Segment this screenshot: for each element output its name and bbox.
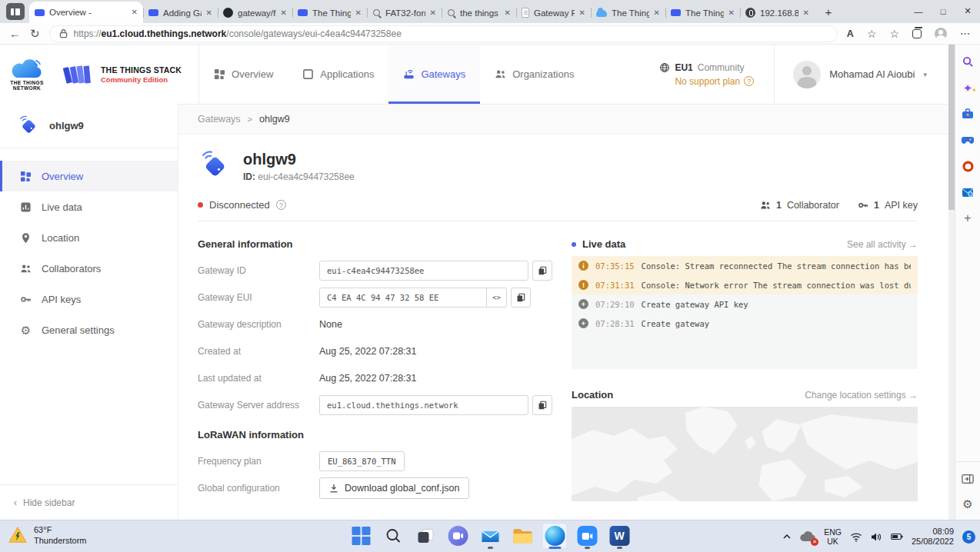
- sidebar-item-api-keys[interactable]: API keys: [0, 284, 178, 314]
- browser-tab[interactable]: The Things ✕: [292, 2, 367, 23]
- event-row[interactable]: ! 07:31:31 Console: Network error The st…: [572, 275, 918, 294]
- page-scrollbar[interactable]: [948, 45, 955, 520]
- back-icon[interactable]: ←: [9, 28, 21, 39]
- wifi-icon[interactable]: [850, 532, 862, 542]
- tab-close-icon[interactable]: ✕: [654, 9, 660, 17]
- tab-search-icon[interactable]: [6, 3, 25, 20]
- change-location-settings-link[interactable]: Change location settings →: [805, 390, 918, 401]
- scrollbar-thumb[interactable]: [948, 45, 955, 210]
- tools-icon[interactable]: [961, 107, 975, 121]
- sidebar-item-overview[interactable]: Overview: [0, 161, 178, 191]
- minimize-button[interactable]: —: [906, 0, 931, 22]
- sidebar-search-icon[interactable]: [961, 55, 975, 68]
- collaborators-link[interactable]: 1 Collaborator: [760, 200, 839, 211]
- help-icon[interactable]: ?: [276, 200, 286, 210]
- maximize-button[interactable]: □: [931, 0, 955, 22]
- breadcrumb-current[interactable]: ohlgw9: [259, 114, 290, 125]
- event-row[interactable]: + 07:29:10 Create gateway API key: [572, 294, 918, 314]
- copy-button[interactable]: [532, 261, 552, 281]
- location-map[interactable]: [572, 407, 918, 501]
- nav-applications[interactable]: Applications: [288, 45, 388, 104]
- chat-button[interactable]: [445, 523, 471, 549]
- url-input[interactable]: https://eu1.cloud.thethings.network/cons…: [49, 25, 838, 42]
- file-explorer-button[interactable]: [510, 523, 535, 549]
- browser-tab-active[interactable]: Overview - ✕: [29, 2, 143, 23]
- favorites-icon[interactable]: ☆: [889, 28, 899, 40]
- collections-icon[interactable]: [912, 29, 922, 38]
- api-keys-link[interactable]: 1 API key: [858, 200, 918, 211]
- read-aloud-icon[interactable]: A: [847, 28, 854, 39]
- gateway-eui-input[interactable]: [320, 288, 486, 307]
- support-plan-link[interactable]: No support plan: [675, 76, 740, 87]
- download-global-conf-button[interactable]: Download global_conf.json: [319, 477, 469, 499]
- nav-gateways[interactable]: Gateways: [388, 45, 480, 104]
- start-button[interactable]: [348, 523, 374, 549]
- new-tab-button[interactable]: +: [819, 2, 838, 21]
- tab-close-icon[interactable]: ✕: [803, 9, 809, 17]
- browser-tab[interactable]: 192.168.84. ✕: [740, 2, 815, 23]
- browser-tab[interactable]: The Things ✕: [591, 2, 665, 23]
- sidebar-panel-icon[interactable]: [961, 472, 975, 486]
- event-row[interactable]: + 07:28:31 Create gateway: [572, 314, 918, 333]
- edge-button[interactable]: [542, 523, 568, 549]
- add-sidebar-item-icon[interactable]: +: [961, 211, 975, 225]
- onedrive-icon[interactable]: ✕: [800, 531, 815, 543]
- office-icon[interactable]: [961, 159, 975, 173]
- sidebar-item-general-settings[interactable]: ⚙ General settings: [0, 314, 178, 345]
- copilot-icon[interactable]: ✦: [961, 81, 975, 95]
- copy-button[interactable]: [511, 288, 531, 308]
- see-all-activity-link[interactable]: See all activity →: [847, 239, 918, 250]
- battery-icon[interactable]: [891, 532, 903, 541]
- settings-gear-icon[interactable]: ⚙: [962, 498, 972, 510]
- breadcrumb-gateways[interactable]: Gateways: [198, 114, 241, 125]
- ttn-logo[interactable]: THE THINGS NETWORK: [0, 45, 51, 104]
- nav-overview[interactable]: Overview: [199, 45, 288, 104]
- hide-sidebar-button[interactable]: ‹ Hide sidebar: [0, 484, 178, 520]
- task-view-button[interactable]: [413, 523, 438, 549]
- tab-close-icon[interactable]: ✕: [728, 9, 735, 17]
- language-indicator[interactable]: ENG UK: [824, 527, 842, 546]
- more-menu-icon[interactable]: ⋯: [960, 28, 971, 39]
- tab-close-icon[interactable]: ✕: [579, 9, 585, 17]
- tab-close-icon[interactable]: ✕: [505, 9, 511, 17]
- user-menu[interactable]: Mohamad Al Aioubi ▾: [774, 45, 948, 104]
- taskbar-search-button[interactable]: [381, 523, 406, 549]
- tab-close-icon[interactable]: ✕: [355, 9, 362, 17]
- browser-tab[interactable]: Adding Gat ✕: [143, 2, 218, 23]
- browser-tab[interactable]: the things g ✕: [442, 2, 516, 23]
- word-button[interactable]: W: [607, 523, 632, 549]
- refresh-icon[interactable]: ↻: [30, 28, 40, 39]
- weather-widget[interactable]: 63°F Thunderstorm: [8, 524, 86, 546]
- tab-close-icon[interactable]: ✕: [430, 9, 436, 17]
- nav-organizations[interactable]: Organizations: [480, 45, 588, 104]
- browser-tab[interactable]: The Things ✕: [665, 2, 740, 23]
- volume-icon[interactable]: [871, 532, 882, 542]
- zoom-button[interactable]: [575, 523, 600, 549]
- copy-button[interactable]: [532, 395, 552, 415]
- tts-stack-logo[interactable]: THE THINGS STACK Community Edition: [51, 45, 199, 104]
- outlook-icon[interactable]: [961, 185, 975, 199]
- clock[interactable]: 08:09 25/08/2022: [912, 527, 954, 547]
- gateway-id-input[interactable]: [319, 261, 528, 281]
- sidebar-item-collaborators[interactable]: Collaborators: [0, 253, 178, 284]
- add-favorite-icon[interactable]: ☆: [867, 28, 877, 40]
- close-button[interactable]: ✕: [955, 0, 980, 22]
- notification-badge[interactable]: 5: [962, 530, 975, 544]
- tab-close-icon[interactable]: ✕: [132, 8, 138, 16]
- browser-tab[interactable]: Gateway Re ✕: [516, 2, 591, 23]
- mail-button[interactable]: [478, 523, 503, 549]
- server-address-input[interactable]: [319, 395, 528, 415]
- sidebar-item-live-data[interactable]: Live data: [0, 191, 178, 222]
- browser-tab[interactable]: FAT32-form ✕: [367, 2, 442, 23]
- profile-icon[interactable]: [935, 28, 947, 40]
- tab-close-icon[interactable]: ✕: [281, 9, 287, 17]
- tray-chevron-up-icon[interactable]: [782, 533, 792, 540]
- sidebar-item-location[interactable]: Location: [0, 222, 178, 253]
- tab-close-icon[interactable]: ✕: [206, 9, 212, 17]
- browser-tab[interactable]: gateway/fir ✕: [218, 2, 292, 23]
- sidebar-entity[interactable]: ohlgw9: [0, 104, 178, 148]
- event-row[interactable]: i 07:35:15 Console: Stream reconnected T…: [572, 256, 918, 275]
- code-toggle-button[interactable]: <>: [486, 288, 506, 307]
- help-icon[interactable]: ?: [744, 76, 754, 86]
- games-icon[interactable]: [961, 133, 975, 147]
